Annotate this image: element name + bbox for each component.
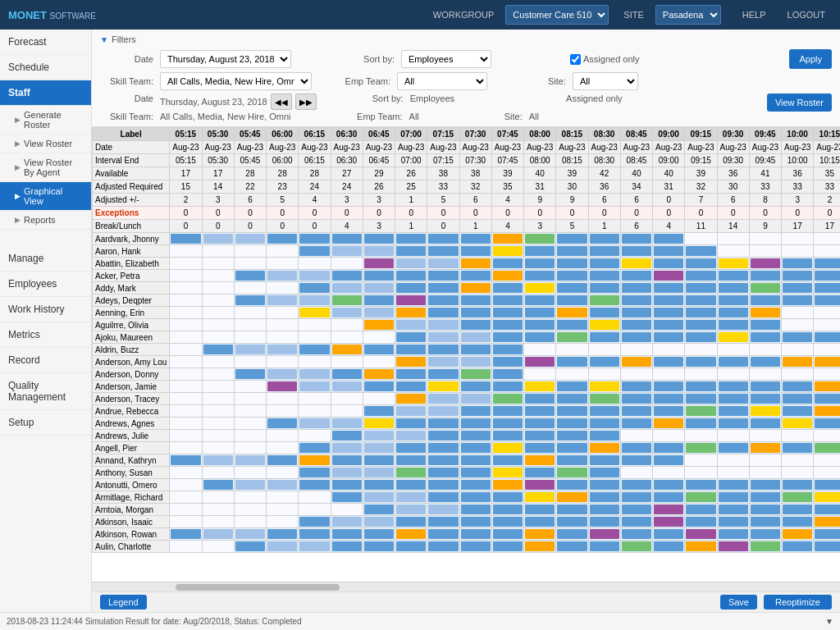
sidebar-item-record[interactable]: Record xyxy=(0,348,91,373)
next-date-button[interactable]: ▶▶ xyxy=(295,94,317,110)
adj-pm-cell: 6 xyxy=(459,194,491,207)
bl-cell: 14 xyxy=(717,220,749,233)
schedule-cell xyxy=(395,356,427,368)
bl-cell: 17 xyxy=(782,220,814,233)
schedule-cell xyxy=(717,368,749,381)
schedule-cell xyxy=(459,467,491,479)
time-col: 07:30 xyxy=(459,128,491,141)
avail-cell: 38 xyxy=(459,167,491,180)
schedule-cell xyxy=(814,442,840,454)
sidebar-item-schedule[interactable]: Schedule xyxy=(0,55,91,80)
apply-button[interactable]: Apply xyxy=(789,49,832,69)
assigned-only-checkbox-label[interactable]: Assigned only xyxy=(570,54,640,65)
schedule-cell xyxy=(620,294,652,307)
schedule-cell xyxy=(620,516,652,528)
adj-pm-cell: 8 xyxy=(749,194,781,207)
date-cell: Aug-23 xyxy=(814,141,840,154)
schedule-cell xyxy=(685,331,717,344)
date-select[interactable]: Thursday, August 23, 2018 xyxy=(160,50,291,68)
schedule-cell xyxy=(267,442,299,454)
schedule-cell xyxy=(749,418,781,430)
schedule-cell xyxy=(749,516,781,528)
site-select[interactable]: Pasadena xyxy=(655,5,721,25)
sidebar-item-employees[interactable]: Employees xyxy=(0,272,91,297)
prev-date-button[interactable]: ◀◀ xyxy=(271,94,292,110)
schedule-cell xyxy=(395,491,427,504)
save-button[interactable]: Save xyxy=(720,595,757,609)
view-roster-button[interactable]: View Roster xyxy=(767,94,832,112)
workgroup-select[interactable]: Customer Care 510 xyxy=(505,5,609,25)
legend-button[interactable]: Legend xyxy=(100,595,147,609)
sidebar-sub-reports[interactable]: ▶ Reports xyxy=(0,211,91,230)
schedule-cell xyxy=(814,307,840,319)
schedule-cell xyxy=(620,418,652,430)
schedule-cell xyxy=(717,541,749,553)
sort-by-select[interactable]: Employees xyxy=(401,50,491,68)
adj-req-cell: 33 xyxy=(782,180,814,194)
logout-button[interactable]: LOGOUT xyxy=(781,10,832,20)
schedule-cell xyxy=(331,356,363,368)
grid-wrapper: Label 05:15 05:30 05:45 06:00 06:15 06:3… xyxy=(92,127,840,591)
emp-team-select[interactable]: All xyxy=(397,72,487,90)
sidebar-item-setup[interactable]: Setup xyxy=(0,410,91,436)
schedule-cell xyxy=(395,270,427,282)
schedule-cell xyxy=(234,541,266,553)
schedule-cell xyxy=(395,393,427,405)
app-logo: MONET SOFTWARE xyxy=(8,9,96,21)
site-filter-select[interactable]: All xyxy=(573,72,638,90)
sidebar-sub-view-roster-by-agent[interactable]: ▶ View Roster By Agent xyxy=(0,153,91,182)
date2-display: Thursday, August 23, 2018 ◀◀ ▶▶ xyxy=(160,94,317,110)
sidebar-sub-generate-roster[interactable]: ▶ Generate Roster xyxy=(0,106,91,135)
schedule-cell xyxy=(267,491,299,504)
skill-team2-label: Skill Team: xyxy=(100,112,153,121)
schedule-cell xyxy=(653,356,685,368)
assigned-only-checkbox[interactable] xyxy=(570,54,581,65)
exc-cell: 0 xyxy=(331,207,363,220)
exc-cell: 0 xyxy=(267,207,299,220)
schedule-cell xyxy=(267,344,299,356)
schedule-cell xyxy=(556,528,588,541)
schedule-cell xyxy=(556,541,588,553)
employee-row: Aldrin, Buzz xyxy=(93,344,841,356)
time-col: 06:00 xyxy=(267,128,299,141)
sidebar-sub-graphical-view[interactable]: ▶ Graphical View xyxy=(0,182,91,211)
sidebar-item-work-history[interactable]: Work History xyxy=(0,297,91,322)
schedule-cell xyxy=(814,491,840,504)
status-expand-icon[interactable]: ▼ xyxy=(825,617,833,626)
horizontal-scrollbar[interactable] xyxy=(92,582,840,591)
schedule-cell xyxy=(202,405,234,418)
reoptimize-button[interactable]: Reoptimize xyxy=(764,595,832,609)
sidebar-item-metrics[interactable]: Metrics xyxy=(0,322,91,348)
schedule-cell xyxy=(685,467,717,479)
schedule-cell xyxy=(459,381,491,393)
skill-team-select[interactable]: All Calls, Media, New Hire, Omni xyxy=(160,72,312,90)
grid-scroll-container[interactable]: Label 05:15 05:30 05:45 06:00 06:15 06:3… xyxy=(92,127,840,582)
schedule-cell xyxy=(717,282,749,294)
schedule-cell xyxy=(267,319,299,331)
schedule-cell xyxy=(427,491,459,504)
schedule-cell xyxy=(363,393,395,405)
schedule-cell xyxy=(363,270,395,282)
sidebar-sub-view-roster[interactable]: ▶ View Roster xyxy=(0,135,91,153)
schedule-cell xyxy=(782,282,814,294)
sidebar-item-staff[interactable]: Staff xyxy=(0,80,91,106)
exc-cell: 0 xyxy=(459,207,491,220)
interval-cell: 09:15 xyxy=(685,154,717,167)
schedule-cell xyxy=(620,270,652,282)
schedule-cell xyxy=(556,233,588,245)
avail-cell: 42 xyxy=(588,167,620,180)
help-link[interactable]: HELP xyxy=(736,10,773,20)
sidebar-item-manage[interactable]: Manage xyxy=(0,246,91,272)
adj-plus-minus-label: Adjusted +/- xyxy=(93,194,170,207)
schedule-cell xyxy=(588,245,620,258)
schedule-cell xyxy=(620,405,652,418)
schedule-cell xyxy=(814,294,840,307)
employee-name: Andrews, Agnes xyxy=(93,418,170,430)
adj-req-cell: 14 xyxy=(202,180,234,194)
scrollbar-thumb[interactable] xyxy=(176,584,340,591)
sidebar-item-forecast[interactable]: Forecast xyxy=(0,30,91,55)
schedule-cell xyxy=(491,528,523,541)
employee-name: Annand, Kathryn xyxy=(93,454,170,467)
sidebar-item-quality-management[interactable]: Quality Management xyxy=(0,373,91,410)
schedule-cell xyxy=(427,479,459,491)
